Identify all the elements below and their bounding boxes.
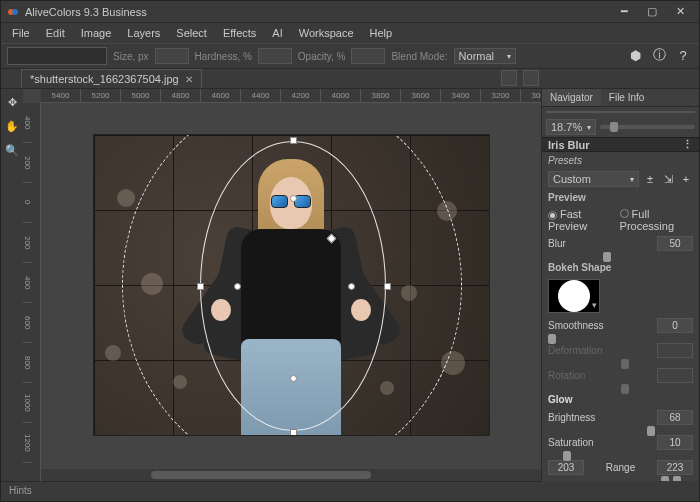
- iris-handle-top[interactable]: [290, 137, 297, 144]
- minimize-button[interactable]: ━: [611, 2, 637, 22]
- menu-file[interactable]: File: [5, 25, 37, 41]
- preset-import-icon[interactable]: ⇲: [661, 172, 675, 186]
- bokeh-shape-label: Bokeh Shape: [542, 259, 699, 276]
- glow-label: Glow: [542, 391, 699, 408]
- deformation-label: Deformation: [548, 345, 651, 356]
- info-icon[interactable]: ⓘ: [651, 47, 667, 63]
- preset-save-icon[interactable]: ±: [643, 172, 657, 186]
- size-label: Size, px: [113, 51, 149, 62]
- hints-bar: Hints: [1, 481, 541, 501]
- menu-help[interactable]: Help: [363, 25, 400, 41]
- preset-add-icon[interactable]: +: [679, 172, 693, 186]
- menu-ai[interactable]: AI: [265, 25, 289, 41]
- options-bar: Size, px Hardness, % Opacity, % Blend Mo…: [1, 43, 699, 69]
- horizontal-scrollbar[interactable]: [41, 469, 541, 481]
- hand-tool-icon[interactable]: ✋: [3, 117, 21, 135]
- tab-navigator[interactable]: Navigator: [542, 89, 601, 106]
- menu-image[interactable]: Image: [74, 25, 119, 41]
- hardness-label: Hardness, %: [195, 51, 252, 62]
- maximize-button[interactable]: ▢: [639, 2, 665, 22]
- menu-effects[interactable]: Effects: [216, 25, 263, 41]
- title-bar: AliveColors 9.3 Business ━ ▢ ✕: [1, 1, 699, 23]
- iris-feather-left[interactable]: [234, 283, 241, 290]
- tool-preset-dropdown[interactable]: [7, 47, 107, 65]
- preset-select[interactable]: Custom▾: [548, 171, 639, 187]
- app-logo-icon: [7, 6, 19, 18]
- saturation-value[interactable]: 10: [657, 435, 693, 450]
- blur-label: Blur: [548, 238, 651, 249]
- menu-select[interactable]: Select: [169, 25, 214, 41]
- size-input[interactable]: [155, 48, 189, 64]
- deformation-value: [657, 343, 693, 358]
- smoothness-value[interactable]: 0: [657, 318, 693, 333]
- iris-feather-right[interactable]: [348, 283, 355, 290]
- document-tab[interactable]: *shutterstock_1662367504.jpg ✕: [21, 69, 202, 88]
- document-tab-label: *shutterstock_1662367504.jpg: [30, 73, 179, 85]
- iris-feather-bottom[interactable]: [290, 375, 297, 382]
- menu-layers[interactable]: Layers: [120, 25, 167, 41]
- brightness-value[interactable]: 68: [657, 410, 693, 425]
- presets-label: Presets: [542, 152, 699, 169]
- move-tool-icon[interactable]: ✥: [3, 93, 21, 111]
- menu-bar: File Edit Image Layers Select Effects AI…: [1, 23, 699, 43]
- hardness-input[interactable]: [258, 48, 292, 64]
- menu-edit[interactable]: Edit: [39, 25, 72, 41]
- canvas-area: 5400520050004800460044004200400038003600…: [23, 89, 541, 481]
- full-processing-radio[interactable]: Full Processing: [620, 208, 693, 232]
- smoothness-label: Smoothness: [548, 320, 651, 331]
- zoom-slider[interactable]: [600, 125, 695, 129]
- iris-handle-bottom[interactable]: [290, 429, 297, 435]
- view-mode-button-1[interactable]: [501, 70, 517, 86]
- photo-preview: [94, 135, 489, 435]
- iris-handle-right[interactable]: [384, 283, 391, 290]
- opacity-label: Opacity, %: [298, 51, 346, 62]
- blendmode-label: Blend Mode:: [391, 51, 447, 62]
- iris-blur-header: Iris Blur ⋮: [542, 137, 699, 152]
- app-title: AliveColors 9.3 Business: [25, 6, 611, 18]
- tab-file-info[interactable]: File Info: [601, 89, 653, 106]
- navigator-thumbnail[interactable]: [546, 111, 695, 113]
- zoom-value[interactable]: 18.7%▾: [546, 119, 596, 135]
- range-low-value[interactable]: 203: [548, 460, 584, 475]
- iris-feather-top[interactable]: [290, 195, 297, 202]
- close-button[interactable]: ✕: [667, 2, 693, 22]
- view-mode-button-2[interactable]: [523, 70, 539, 86]
- range-high-value[interactable]: 223: [657, 460, 693, 475]
- menu-workspace[interactable]: Workspace: [292, 25, 361, 41]
- close-tab-icon[interactable]: ✕: [185, 74, 193, 85]
- help-icon[interactable]: ?: [675, 47, 691, 63]
- saturation-label: Saturation: [548, 437, 651, 448]
- bokeh-shape-preview[interactable]: ▾: [548, 279, 600, 313]
- zoom-tool-icon[interactable]: 🔍: [3, 141, 21, 159]
- blendmode-select[interactable]: Normal▾: [454, 48, 516, 64]
- document-tab-bar: *shutterstock_1662367504.jpg ✕: [1, 69, 699, 89]
- iris-handle-left[interactable]: [197, 283, 204, 290]
- rotation-label: Rotation: [548, 370, 651, 381]
- ruler-vertical: 400200020040060080010001200: [23, 103, 41, 481]
- tool-strip: ✥ ✋ 🔍: [1, 89, 23, 481]
- blur-value[interactable]: 50: [657, 236, 693, 251]
- fast-preview-radio[interactable]: Fast Preview: [548, 208, 612, 232]
- preview-label: Preview: [542, 189, 699, 206]
- notification-icon[interactable]: ⬢: [627, 47, 643, 63]
- canvas-stage[interactable]: [41, 103, 541, 467]
- ruler-horizontal: 5400520050004800460044004200400038003600…: [41, 89, 541, 103]
- right-panel: Navigator File Info 18.7%▾ Iris Blur ⋮ P…: [541, 89, 699, 481]
- panel-menu-icon[interactable]: ⋮: [682, 138, 693, 151]
- brightness-label: Brightness: [548, 412, 651, 423]
- rotation-value: [657, 368, 693, 383]
- opacity-input[interactable]: [351, 48, 385, 64]
- range-label: Range: [590, 462, 651, 473]
- svg-point-1: [12, 9, 18, 15]
